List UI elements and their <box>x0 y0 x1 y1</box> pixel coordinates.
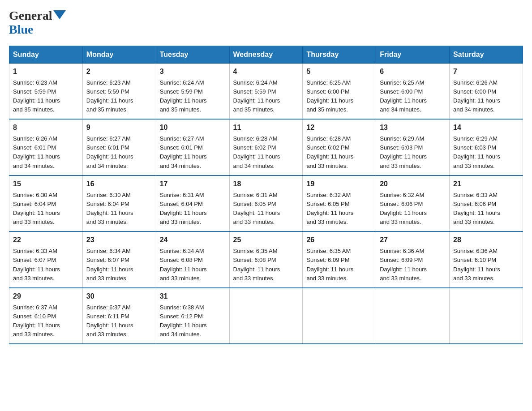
day-info: Sunrise: 6:34 AMSunset: 6:08 PMDaylight:… <box>160 247 226 283</box>
day-info: Sunrise: 6:27 AMSunset: 6:01 PMDaylight:… <box>160 134 226 171</box>
day-info: Sunrise: 6:30 AMSunset: 6:04 PMDaylight:… <box>13 191 79 227</box>
calendar-week-4: 22Sunrise: 6:33 AMSunset: 6:07 PMDayligh… <box>9 231 523 288</box>
day-info: Sunrise: 6:34 AMSunset: 6:07 PMDaylight:… <box>86 247 152 283</box>
calendar-table: SundayMondayTuesdayWednesdayThursdayFrid… <box>9 46 523 345</box>
calendar-cell: 27Sunrise: 6:36 AMSunset: 6:09 PMDayligh… <box>376 231 450 288</box>
calendar-cell: 28Sunrise: 6:36 AMSunset: 6:10 PMDayligh… <box>450 231 523 288</box>
calendar-header: SundayMondayTuesdayWednesdayThursdayFrid… <box>9 46 523 63</box>
calendar-cell <box>229 288 303 344</box>
calendar-cell: 17Sunrise: 6:31 AMSunset: 6:04 PMDayligh… <box>156 176 229 232</box>
day-number: 5 <box>306 66 372 77</box>
calendar-cell: 29Sunrise: 6:37 AMSunset: 6:10 PMDayligh… <box>9 288 83 344</box>
day-info: Sunrise: 6:29 AMSunset: 6:03 PMDaylight:… <box>380 134 446 171</box>
day-number: 27 <box>380 235 446 245</box>
calendar-cell <box>303 288 376 344</box>
day-info: Sunrise: 6:30 AMSunset: 6:04 PMDaylight:… <box>86 191 152 227</box>
day-info: Sunrise: 6:33 AMSunset: 6:07 PMDaylight:… <box>13 247 79 283</box>
calendar-header-monday: Monday <box>82 46 156 63</box>
calendar-week-2: 8Sunrise: 6:26 AMSunset: 6:01 PMDaylight… <box>9 119 523 176</box>
calendar-cell: 25Sunrise: 6:35 AMSunset: 6:08 PMDayligh… <box>229 231 303 288</box>
calendar-cell: 19Sunrise: 6:32 AMSunset: 6:05 PMDayligh… <box>303 176 376 232</box>
day-number: 28 <box>453 235 519 245</box>
day-number: 10 <box>160 122 226 133</box>
calendar-cell: 6Sunrise: 6:25 AMSunset: 6:00 PMDaylight… <box>376 63 450 119</box>
day-info: Sunrise: 6:38 AMSunset: 6:12 PMDaylight:… <box>160 303 226 339</box>
day-number: 23 <box>86 235 152 245</box>
day-number: 25 <box>233 235 299 245</box>
day-info: Sunrise: 6:29 AMSunset: 6:03 PMDaylight:… <box>453 134 519 171</box>
page-header: General Blue <box>9 9 523 37</box>
day-number: 24 <box>160 235 226 245</box>
calendar-cell: 15Sunrise: 6:30 AMSunset: 6:04 PMDayligh… <box>9 176 83 232</box>
day-number: 18 <box>233 179 299 189</box>
day-info: Sunrise: 6:35 AMSunset: 6:08 PMDaylight:… <box>233 247 299 283</box>
day-number: 17 <box>160 179 226 189</box>
day-number: 6 <box>380 66 446 77</box>
calendar-cell: 20Sunrise: 6:32 AMSunset: 6:06 PMDayligh… <box>376 176 450 232</box>
day-info: Sunrise: 6:32 AMSunset: 6:06 PMDaylight:… <box>380 191 446 227</box>
logo-blue-text: Blue <box>9 23 66 37</box>
day-info: Sunrise: 6:25 AMSunset: 6:00 PMDaylight:… <box>380 78 446 115</box>
calendar-cell: 23Sunrise: 6:34 AMSunset: 6:07 PMDayligh… <box>82 231 156 288</box>
day-info: Sunrise: 6:24 AMSunset: 5:59 PMDaylight:… <box>233 78 299 115</box>
calendar-cell: 2Sunrise: 6:23 AMSunset: 5:59 PMDaylight… <box>82 63 156 119</box>
calendar-header-saturday: Saturday <box>450 46 523 63</box>
day-info: Sunrise: 6:31 AMSunset: 6:05 PMDaylight:… <box>233 191 299 227</box>
day-number: 3 <box>160 66 226 77</box>
calendar-cell: 5Sunrise: 6:25 AMSunset: 6:00 PMDaylight… <box>303 63 376 119</box>
calendar-cell: 16Sunrise: 6:30 AMSunset: 6:04 PMDayligh… <box>82 176 156 232</box>
day-info: Sunrise: 6:24 AMSunset: 5:59 PMDaylight:… <box>160 78 226 115</box>
calendar-cell: 31Sunrise: 6:38 AMSunset: 6:12 PMDayligh… <box>156 288 229 344</box>
logo: General Blue <box>9 9 66 37</box>
calendar-cell: 7Sunrise: 6:26 AMSunset: 6:00 PMDaylight… <box>450 63 523 119</box>
calendar-cell: 24Sunrise: 6:34 AMSunset: 6:08 PMDayligh… <box>156 231 229 288</box>
calendar-cell <box>376 288 450 344</box>
day-info: Sunrise: 6:35 AMSunset: 6:09 PMDaylight:… <box>306 247 372 283</box>
day-number: 4 <box>233 66 299 77</box>
day-info: Sunrise: 6:37 AMSunset: 6:10 PMDaylight:… <box>13 303 79 339</box>
calendar-cell: 21Sunrise: 6:33 AMSunset: 6:06 PMDayligh… <box>450 176 523 232</box>
calendar-header-wednesday: Wednesday <box>229 46 303 63</box>
calendar-cell: 3Sunrise: 6:24 AMSunset: 5:59 PMDaylight… <box>156 63 229 119</box>
day-info: Sunrise: 6:26 AMSunset: 6:01 PMDaylight:… <box>13 134 79 171</box>
day-info: Sunrise: 6:32 AMSunset: 6:05 PMDaylight:… <box>306 191 372 227</box>
day-number: 8 <box>13 122 79 133</box>
day-info: Sunrise: 6:37 AMSunset: 6:11 PMDaylight:… <box>86 303 152 339</box>
day-number: 26 <box>306 235 372 245</box>
logo-triangle-icon <box>53 10 66 19</box>
day-number: 31 <box>160 291 226 302</box>
calendar-cell: 11Sunrise: 6:28 AMSunset: 6:02 PMDayligh… <box>229 119 303 176</box>
calendar-header-tuesday: Tuesday <box>156 46 229 63</box>
day-info: Sunrise: 6:31 AMSunset: 6:04 PMDaylight:… <box>160 191 226 227</box>
day-info: Sunrise: 6:36 AMSunset: 6:09 PMDaylight:… <box>380 247 446 283</box>
day-number: 13 <box>380 122 446 133</box>
calendar-cell: 9Sunrise: 6:27 AMSunset: 6:01 PMDaylight… <box>82 119 156 176</box>
day-info: Sunrise: 6:23 AMSunset: 5:59 PMDaylight:… <box>13 78 79 115</box>
logo-general-text: General <box>9 9 52 23</box>
calendar-body: 1Sunrise: 6:23 AMSunset: 5:59 PMDaylight… <box>9 63 523 344</box>
day-info: Sunrise: 6:33 AMSunset: 6:06 PMDaylight:… <box>453 191 519 227</box>
day-info: Sunrise: 6:28 AMSunset: 6:02 PMDaylight:… <box>233 134 299 171</box>
calendar-cell: 12Sunrise: 6:28 AMSunset: 6:02 PMDayligh… <box>303 119 376 176</box>
day-info: Sunrise: 6:23 AMSunset: 5:59 PMDaylight:… <box>86 78 152 115</box>
calendar-cell: 8Sunrise: 6:26 AMSunset: 6:01 PMDaylight… <box>9 119 83 176</box>
day-number: 11 <box>233 122 299 133</box>
calendar-cell: 10Sunrise: 6:27 AMSunset: 6:01 PMDayligh… <box>156 119 229 176</box>
day-info: Sunrise: 6:25 AMSunset: 6:00 PMDaylight:… <box>306 78 372 115</box>
day-info: Sunrise: 6:28 AMSunset: 6:02 PMDaylight:… <box>306 134 372 171</box>
calendar-header-sunday: Sunday <box>9 46 83 63</box>
day-number: 29 <box>13 291 79 302</box>
day-number: 7 <box>453 66 519 77</box>
day-number: 1 <box>13 66 79 77</box>
day-number: 19 <box>306 179 372 189</box>
day-number: 12 <box>306 122 372 133</box>
day-info: Sunrise: 6:26 AMSunset: 6:00 PMDaylight:… <box>453 78 519 115</box>
calendar-cell <box>450 288 523 344</box>
day-number: 20 <box>380 179 446 189</box>
calendar-cell: 14Sunrise: 6:29 AMSunset: 6:03 PMDayligh… <box>450 119 523 176</box>
calendar-week-1: 1Sunrise: 6:23 AMSunset: 5:59 PMDaylight… <box>9 63 523 119</box>
day-number: 2 <box>86 66 152 77</box>
calendar-cell: 30Sunrise: 6:37 AMSunset: 6:11 PMDayligh… <box>82 288 156 344</box>
day-number: 9 <box>86 122 152 133</box>
calendar-header-friday: Friday <box>376 46 450 63</box>
